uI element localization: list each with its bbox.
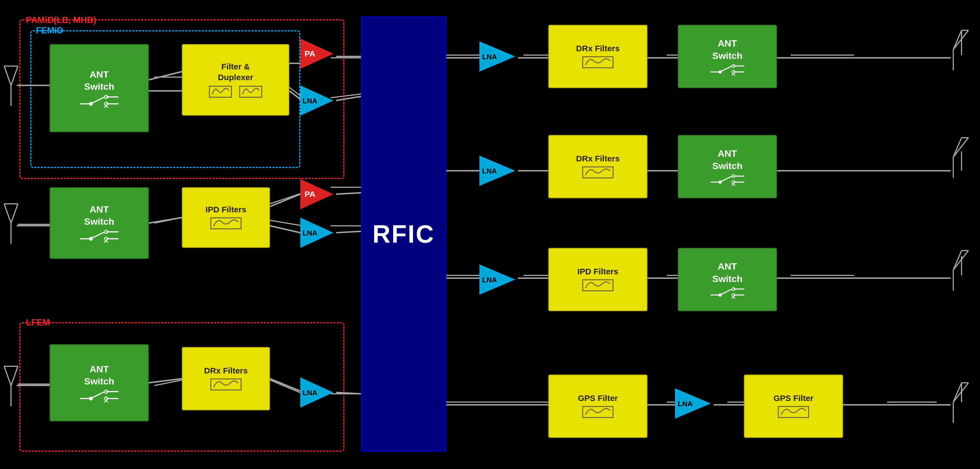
- lna-3: LNA: [300, 375, 336, 410]
- svg-line-88: [721, 66, 732, 71]
- svg-text:LNA: LNA: [482, 167, 497, 175]
- svg-text:LNA: LNA: [482, 276, 497, 284]
- drx-filters-r1-label: DRx Filters: [576, 44, 620, 53]
- ipd-filter-sym-r: [581, 278, 614, 292]
- antenna-right-2: [951, 135, 970, 179]
- svg-line-149: [336, 231, 361, 233]
- svg-text:LNA: LNA: [302, 229, 317, 237]
- svg-line-43: [11, 366, 18, 386]
- svg-line-146: [270, 194, 300, 207]
- drx-filters-r2: DRx Filters: [548, 135, 648, 198]
- drx-filter-sym-r1: [581, 56, 614, 69]
- lna-1: LNA: [300, 83, 336, 118]
- switch-symbol-2: [77, 229, 121, 243]
- antenna-right-1: [951, 27, 970, 72]
- pa-2: PA: [300, 176, 336, 212]
- lna-r2: LNA: [479, 153, 518, 189]
- filter-duplexer: Filter &Duplexer: [182, 44, 289, 116]
- rfic-block: RFIC: [361, 16, 446, 452]
- antenna-right-3: [951, 248, 970, 292]
- svg-line-147: [270, 226, 300, 233]
- svg-line-103: [721, 176, 732, 181]
- ipd-filter-sym: [209, 216, 242, 230]
- ipd-filters-left: IPD Filters: [182, 187, 270, 248]
- gps-filter-right-label: GPS Filter: [773, 394, 813, 403]
- svg-text:LNA: LNA: [302, 389, 317, 397]
- svg-line-47: [92, 97, 105, 103]
- antenna-left-2: [3, 201, 19, 245]
- filter-duplexer-label: Filter &Duplexer: [218, 61, 253, 83]
- gps-filter-left-label: GPS Filter: [578, 394, 618, 403]
- ant-switch-3-label: ANTSwitch: [84, 363, 115, 387]
- ant-switch-r1-label: ANTSwitch: [712, 37, 743, 61]
- switch-symbol-r2: [708, 173, 747, 186]
- svg-point-64: [104, 241, 108, 243]
- gps-filter-right: GPS Filter: [744, 375, 843, 438]
- antenna-left-1: [3, 64, 19, 107]
- drx-filters-left-label: DRx Filters: [204, 366, 248, 375]
- svg-line-34: [4, 66, 11, 85]
- switch-symbol-r3: [708, 286, 747, 299]
- drx-filters-r1: DRx Filters: [548, 25, 648, 88]
- svg-line-118: [721, 289, 732, 294]
- svg-line-7: [154, 218, 182, 223]
- ipd-filters-right: IPD Filters: [548, 248, 648, 311]
- svg-point-106: [732, 184, 735, 186]
- svg-line-39: [11, 204, 18, 223]
- ant-switch-r1: ANTSwitch: [678, 25, 777, 88]
- svg-line-9: [270, 220, 303, 226]
- ant-switch-3: ANTSwitch: [49, 344, 149, 421]
- ant-switch-r2: ANTSwitch: [678, 135, 777, 198]
- ant-switch-1-label: ANTSwitch: [84, 68, 115, 92]
- lna-2: LNA: [300, 215, 336, 251]
- svg-point-91: [732, 74, 735, 76]
- svg-line-42: [4, 366, 11, 386]
- svg-line-145: [149, 218, 182, 223]
- switch-symbol-1: [77, 94, 121, 108]
- switch-symbol-3: [77, 389, 121, 403]
- gps-filter-left: GPS Filter: [548, 375, 648, 438]
- svg-text:LNA: LNA: [678, 400, 693, 408]
- svg-line-61: [92, 232, 105, 238]
- ipd-filters-left-label: IPD Filters: [205, 205, 246, 214]
- gps-filter-sym-r: [777, 405, 810, 419]
- antenna-left-3: [3, 364, 19, 408]
- lna-r4: LNA: [675, 386, 714, 421]
- drx-filters-left: DRx Filters: [182, 347, 270, 410]
- lfem-label: LFEM: [26, 317, 50, 328]
- drx-filter-sym-l: [209, 378, 242, 391]
- ant-switch-1: ANTSwitch: [49, 44, 149, 132]
- lna-r3: LNA: [479, 262, 518, 297]
- svg-line-148: [336, 193, 361, 194]
- rfic-label: RFIC: [372, 220, 435, 248]
- svg-rect-53: [209, 86, 231, 97]
- drx-filter-sym-r2: [581, 165, 614, 179]
- svg-line-35: [11, 66, 18, 85]
- ant-switch-r3-label: ANTSwitch: [712, 260, 743, 285]
- svg-point-50: [104, 106, 108, 108]
- ant-switch-2-label: ANTSwitch: [84, 203, 115, 227]
- svg-text:LNA: LNA: [302, 97, 317, 105]
- svg-line-74: [92, 392, 105, 397]
- svg-text:LNA: LNA: [482, 52, 497, 61]
- drx-filters-r2-label: DRx Filters: [576, 154, 620, 163]
- svg-rect-54: [240, 86, 262, 97]
- svg-point-77: [104, 401, 108, 403]
- ant-switch-r3: ANTSwitch: [678, 248, 777, 311]
- antenna-right-4: [951, 380, 970, 424]
- ant-switch-r2-label: ANTSwitch: [712, 147, 743, 172]
- gps-filter-sym-l: [581, 405, 614, 419]
- svg-line-8: [270, 193, 303, 204]
- lna-r1: LNA: [479, 38, 518, 74]
- svg-line-38: [4, 204, 11, 223]
- pamid-label: PAMiD(LB, MHB): [26, 15, 96, 25]
- ant-switch-2: ANTSwitch: [49, 187, 149, 259]
- filter-symbol-1: [208, 85, 263, 99]
- svg-text:PA: PA: [304, 49, 315, 58]
- switch-symbol-r1: [708, 64, 747, 76]
- svg-text:PA: PA: [304, 189, 315, 199]
- pa-1: PA: [300, 36, 336, 72]
- svg-point-121: [732, 297, 735, 299]
- femid-label: FEMiD: [36, 25, 64, 35]
- ipd-filters-right-label: IPD Filters: [578, 267, 618, 276]
